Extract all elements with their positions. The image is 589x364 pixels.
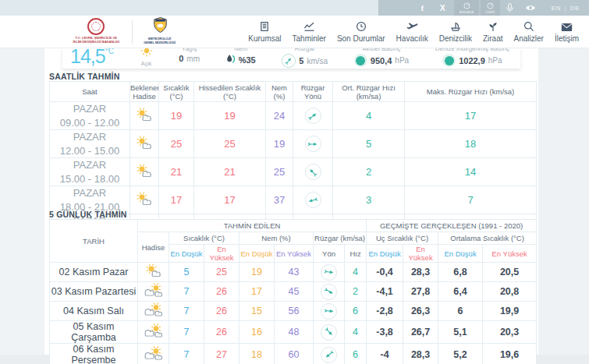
mgm-logo[interactable]: METEOROLOJİ GENEL MÜDÜRLÜĞÜ bbox=[140, 17, 179, 46]
current-conditions-strip: 14,5 °C Açık Yağış0mmNem%35Rüzgar5km/saA… bbox=[62, 48, 520, 69]
cell-avg-wind-speed: 3 bbox=[333, 186, 405, 214]
hourly-column-header: Saat bbox=[50, 82, 130, 102]
daily-header-predicted-group: TAHMİN EDİLEN bbox=[138, 220, 367, 232]
daily-subheader-min: En Düşük bbox=[240, 245, 275, 263]
wind-direction-icon bbox=[321, 347, 337, 363]
nav-item-iletisim[interactable]: İletişim bbox=[549, 20, 584, 43]
nav-item-son-durumlar[interactable]: Son Durumlar bbox=[332, 20, 391, 43]
widget-label: ANKARA bbox=[459, 9, 474, 13]
metric-label: Aktüel Basınç bbox=[363, 48, 401, 52]
lang-de[interactable]: DE bbox=[570, 5, 580, 12]
voice-search-icon[interactable] bbox=[500, 0, 520, 16]
cell-avg-wind-speed: 4 bbox=[333, 102, 405, 130]
cell-average-min: 5,2 bbox=[438, 344, 483, 364]
nav-item-tahminler[interactable]: Tahminler bbox=[287, 20, 332, 43]
main-nav: KurumsalTahminlerSon DurumlarHavacılıkDe… bbox=[243, 20, 589, 43]
page-background-right bbox=[538, 48, 589, 364]
weather-condition-icon bbox=[138, 263, 169, 282]
weather-condition-icon bbox=[130, 186, 159, 214]
cell-humidity: 25 bbox=[266, 158, 293, 186]
daily-section-title: 5 GÜNLÜK TAHMİN bbox=[49, 210, 127, 219]
cell-date: 03 Kasım Pazartesi bbox=[50, 282, 138, 302]
daily-subheader-min: En Düşük bbox=[169, 245, 204, 263]
cell-extreme-max: 28,3 bbox=[403, 344, 438, 364]
cell-max-wind-speed: 18 bbox=[405, 130, 537, 158]
metric-unit: hPa bbox=[395, 56, 409, 65]
daily-subheader-min: En Düşük bbox=[367, 245, 403, 263]
sun-icon bbox=[140, 48, 153, 60]
wind-direction-icon bbox=[321, 303, 337, 320]
cell-max-wind-speed: 17 bbox=[405, 102, 537, 130]
metric-label: Rüzgar bbox=[295, 48, 315, 52]
nav-item-ziraat[interactable]: Ziraat bbox=[477, 20, 509, 43]
cell-feels-like: 25 bbox=[194, 130, 266, 158]
metric-akt-el-bas-n-: Aktüel Basınç950,4hPa bbox=[354, 48, 409, 69]
nav-label: Ziraat bbox=[483, 34, 503, 43]
metric-nem: Nem%35 bbox=[226, 48, 256, 69]
cell-average-max: 20,5 bbox=[483, 263, 537, 282]
daily-header-humidity: Nem (%) bbox=[240, 232, 314, 245]
ministry-logo[interactable]: T.C. ÇEVRE, ŞEHİRCİLİK VE İKLİM DEĞİŞİKL… bbox=[67, 18, 125, 45]
nav-item-havacilik[interactable]: Havacılık bbox=[391, 20, 434, 43]
cell-feels-like: 19 bbox=[194, 102, 266, 130]
lang-en[interactable]: EN bbox=[552, 5, 561, 12]
cell-wind-direction bbox=[293, 186, 333, 214]
cell-extreme-min: -4 bbox=[367, 344, 403, 364]
table-row: PAZAR15.00 - 18.00212125214 bbox=[50, 158, 537, 186]
cell-feels-like: 17 bbox=[194, 186, 266, 214]
daily-header-temp: Sıcaklık (°C) bbox=[169, 232, 240, 245]
logo-area: T.C. ÇEVRE, ŞEHİRCİLİK VE İKLİM DEĞİŞİKL… bbox=[67, 17, 180, 46]
cell-humidity: 24 bbox=[266, 102, 293, 130]
cell-humidity-min: 16 bbox=[240, 321, 275, 344]
cell-temp-min: 7 bbox=[169, 344, 204, 364]
cell-extreme-min: -4,1 bbox=[367, 282, 403, 302]
cell-date: 02 Kasım Pazar bbox=[50, 263, 138, 282]
metric-r-zgar: Rüzgar5km/sa bbox=[282, 48, 328, 69]
cell-humidity-min: 19 bbox=[240, 263, 275, 282]
cell-average-min: 6 bbox=[438, 302, 483, 321]
mail-icon bbox=[561, 20, 573, 32]
plane-icon bbox=[406, 20, 418, 32]
drop-icon bbox=[226, 54, 236, 65]
facebook-icon[interactable]: f bbox=[412, 0, 432, 16]
metric-value: %35 bbox=[239, 55, 256, 65]
wind-direction-icon bbox=[305, 164, 321, 180]
cell-wind-direction bbox=[293, 130, 333, 158]
accessibility-eye-icon[interactable] bbox=[520, 0, 541, 16]
nav-item-analizler[interactable]: Analizler bbox=[509, 20, 549, 43]
table-row: PAZAR09.00 - 12.00191924417 bbox=[50, 102, 537, 130]
nav-item-kurumsal[interactable]: Kurumsal bbox=[243, 20, 286, 43]
cell-max-wind-speed: 14 bbox=[405, 158, 537, 186]
table-row: 04 Kasım Salı72615566-2,826,3619,9 bbox=[50, 302, 537, 321]
weather-condition-icon bbox=[138, 344, 169, 364]
current-temperature: 14,5 °C bbox=[70, 48, 114, 69]
temperature-value: 14,5 bbox=[70, 48, 105, 66]
hourly-column-header: Maks. Rüzgar Hızı (km/sa) bbox=[405, 82, 537, 102]
magnifier-icon bbox=[523, 20, 534, 32]
weather-condition-icon bbox=[138, 282, 169, 302]
metric-denize-i-ndirgenmi-bas-n-: Denize İndirgenmiş Basınç1022,9hPa bbox=[435, 48, 509, 69]
cell-humidity-max: 56 bbox=[275, 302, 314, 321]
table-row: 05 Kasım Çarşamba72616484-3,826,75,120,3 bbox=[50, 321, 537, 344]
cell-wind-direction bbox=[314, 302, 345, 321]
radar-icon bbox=[487, 2, 494, 9]
ankara-radar-widget[interactable]: ANKARA bbox=[454, 0, 479, 16]
site-header: T.C. ÇEVRE, ŞEHİRCİLİK VE İKLİM DEĞİŞİKL… bbox=[0, 16, 589, 48]
hourly-column-header: Ort. Rüzgar Hızı (km/sa) bbox=[333, 82, 405, 102]
x-twitter-icon[interactable]: X bbox=[432, 0, 452, 16]
table-row: 03 Kasım Pazartesi72617452-4,127,86,420,… bbox=[50, 282, 537, 302]
cell-temp-max: 26 bbox=[204, 302, 240, 321]
wind-direction-icon bbox=[321, 264, 337, 281]
clock-icon bbox=[356, 20, 367, 32]
cell-feels-like: 21 bbox=[194, 158, 266, 186]
izmir-radar-widget[interactable]: İZMİR bbox=[481, 0, 500, 16]
cell-wind-speed: 6 bbox=[345, 344, 367, 364]
nav-item-denizcilik[interactable]: Denizcilik bbox=[434, 20, 477, 43]
cell-average-max: 19,6 bbox=[483, 344, 537, 364]
cell-temp-max: 25 bbox=[204, 263, 240, 282]
nav-label: Kurumsal bbox=[248, 34, 281, 43]
cell-average-max: 19,9 bbox=[483, 302, 537, 321]
daily-header-date: TARİH bbox=[50, 220, 138, 263]
logo-separator bbox=[132, 20, 133, 44]
ministry-emblem-icon bbox=[87, 18, 105, 35]
